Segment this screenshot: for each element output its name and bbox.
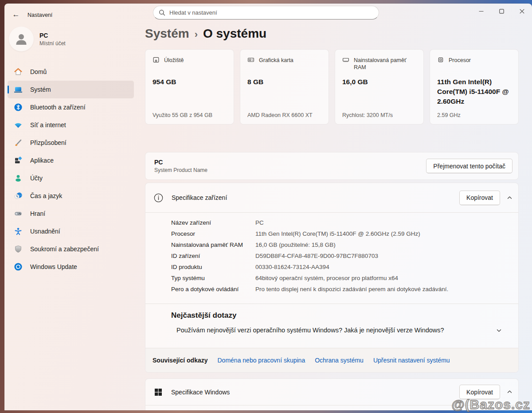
windows-specs-header: Specifikace Windows Kopírovat	[145, 379, 518, 405]
user-profile[interactable]: PC Místní účet	[9, 27, 133, 51]
sidebar-item-home[interactable]: Domů	[8, 63, 134, 81]
sidebar-nav: Domů Systém Bluetooth a zařízení Síť a i…	[8, 63, 134, 276]
spec-row: Pero a dotykové ovládání Pro tento displ…	[171, 284, 509, 295]
collapse-windows-specs-chevron[interactable]	[506, 389, 513, 396]
copy-windows-specs-button[interactable]: Kopírovat	[459, 385, 500, 399]
breadcrumb: Systém › O systému	[145, 27, 519, 41]
gamepad-icon	[14, 209, 23, 218]
sidebar-item-accounts[interactable]: Účty	[8, 169, 134, 187]
sidebar-item-label: Domů	[30, 68, 47, 75]
time-language-icon	[14, 191, 23, 200]
storage-card: Úložiště 954 GB Využito 55 GB z 954 GB	[145, 49, 234, 125]
shield-icon	[14, 245, 23, 253]
spec-row: ID zařízení D59DB8F4-CFA8-487E-9D00-97BC…	[171, 250, 509, 261]
card-value: 954 GB	[153, 77, 227, 87]
sidebar-item-label: Bluetooth a zařízení	[30, 104, 86, 111]
windows-logo-icon	[154, 388, 163, 397]
device-name-card: PC System Product Name Přejmenovat tento…	[145, 152, 519, 180]
related-links-label: Související odkazy	[153, 357, 208, 364]
sidebar-item-network[interactable]: Síť a internet	[8, 116, 134, 134]
bluetooth-icon	[14, 103, 23, 112]
spec-row: ID produktu 00330-81624-73124-AA394	[171, 261, 509, 273]
device-name: PC	[154, 159, 207, 166]
card-value: 11th Gen Intel(R) Core(TM) i5-11400F @ 2…	[437, 77, 511, 106]
breadcrumb-separator-icon: ›	[195, 29, 198, 40]
app-title: Nastavení	[27, 12, 52, 18]
windows-specs-card: Specifikace Windows Kopírovat	[145, 378, 519, 410]
spec-row: Název zařízení PC	[171, 217, 509, 228]
sidebar-item-windows-update[interactable]: Windows Update	[8, 258, 134, 276]
sidebar-item-system[interactable]: Systém	[8, 81, 134, 98]
info-icon	[154, 193, 163, 203]
sidebar-item-apps[interactable]: Aplikace	[8, 152, 134, 169]
sidebar-item-accessibility[interactable]: Usnadnění	[8, 222, 134, 240]
sidebar-item-label: Windows Update	[30, 263, 77, 270]
card-value: 8 GB	[247, 77, 321, 87]
windows-specs-title: Specifikace Windows	[171, 389, 230, 396]
divider	[145, 304, 518, 304]
link-system-protection[interactable]: Ochrana systému	[315, 357, 364, 364]
card-caption: 2.59 GHz	[437, 112, 511, 118]
cpu-card: Procesor 11th Gen Intel(R) Core(TM) i5-1…	[430, 49, 519, 125]
faq-title: Nejčastější dotazy	[171, 311, 509, 320]
sidebar-item-label: Síť a internet	[30, 121, 66, 129]
breadcrumb-parent[interactable]: Systém	[145, 27, 189, 41]
apps-icon	[14, 156, 23, 165]
profile-name: PC	[39, 32, 66, 39]
sidebar-item-personalization[interactable]: Přizpůsobení	[8, 134, 134, 152]
gpu-icon	[247, 56, 254, 63]
faq-question: Používám nejnovější verzi operačního sys…	[176, 327, 489, 334]
expand-faq-chevron[interactable]	[495, 327, 502, 334]
gpu-card: Grafická karta 8 GB AMD Radeon RX 6600 X…	[240, 49, 329, 125]
sidebar-item-privacy[interactable]: Soukromí a zabezpečení	[8, 240, 134, 258]
spec-row: Nainstalovaná paměť RAM 16,0 GB (použite…	[171, 239, 509, 250]
device-specs-card: Specifikace zařízení Kopírovat Název zař…	[145, 183, 519, 373]
ram-card: Nainstalovaná paměť RAM 16,0 GB Rychlost…	[335, 49, 424, 125]
card-label: Grafická karta	[259, 56, 293, 64]
wifi-icon	[14, 121, 23, 129]
ram-icon	[342, 56, 349, 63]
sidebar-item-label: Účty	[30, 175, 43, 182]
chevron-down-icon	[496, 327, 502, 333]
card-label: Úložiště	[164, 56, 184, 64]
person-icon	[14, 31, 29, 47]
link-domain-workgroup[interactable]: Doména nebo pracovní skupina	[218, 357, 305, 364]
brush-icon	[14, 138, 23, 147]
card-label: Procesor	[449, 56, 471, 64]
profile-subtitle: Místní účet	[39, 40, 66, 47]
rename-pc-button[interactable]: Přejmenovat tento počítač	[426, 159, 512, 173]
back-arrow-icon: ←	[12, 10, 20, 19]
device-specs-header: Specifikace zařízení Kopírovat	[145, 183, 518, 212]
spec-row: Typ systému 64bitový operační systém, pr…	[171, 273, 509, 284]
page-title: O systému	[203, 27, 266, 41]
faq-question-row[interactable]: Používám nejnovější verzi operačního sys…	[176, 327, 502, 334]
sidebar-item-label: Přizpůsobení	[30, 139, 66, 146]
collapse-device-specs-chevron[interactable]	[506, 194, 513, 201]
chevron-up-icon	[507, 195, 512, 201]
main-content: Systém › O systému Úložiště 954 GB Využi…	[145, 4, 519, 410]
related-links-bar: Související odkazy Doména nebo pracovní …	[145, 348, 518, 372]
link-advanced-system-settings[interactable]: Upřesnit nastavení systému	[373, 357, 450, 364]
card-caption: Využito 55 GB z 954 GB	[153, 112, 227, 118]
sidebar-item-label: Systém	[30, 86, 51, 93]
sidebar-item-time-language[interactable]: Čas a jazyk	[8, 187, 134, 205]
sidebar-item-label: Usnadnění	[30, 228, 60, 235]
copy-device-specs-button[interactable]: Kopírovat	[459, 191, 500, 205]
card-caption: Rychlost: 3200 MT/s	[342, 112, 416, 118]
overview-cards: Úložiště 954 GB Využito 55 GB z 954 GB G…	[145, 49, 519, 125]
settings-window: ← Nastavení PC Místní účet Domů	[4, 4, 532, 410]
cpu-icon	[437, 56, 444, 63]
chevron-up-icon	[507, 389, 512, 395]
back-button[interactable]: ←	[9, 8, 23, 21]
sidebar-item-gaming[interactable]: Hraní	[8, 205, 134, 222]
windows-update-icon	[14, 262, 23, 271]
close-icon	[520, 9, 524, 14]
device-specs-title: Specifikace zařízení	[172, 194, 227, 201]
accessibility-icon	[14, 227, 23, 236]
system-icon	[14, 85, 23, 94]
sidebar-item-bluetooth-devices[interactable]: Bluetooth a zařízení	[8, 98, 134, 116]
card-value: 16,0 GB	[342, 77, 416, 87]
sidebar-item-label: Čas a jazyk	[30, 192, 62, 199]
sidebar-item-label: Hraní	[30, 210, 45, 217]
device-subtitle: System Product Name	[154, 167, 207, 173]
